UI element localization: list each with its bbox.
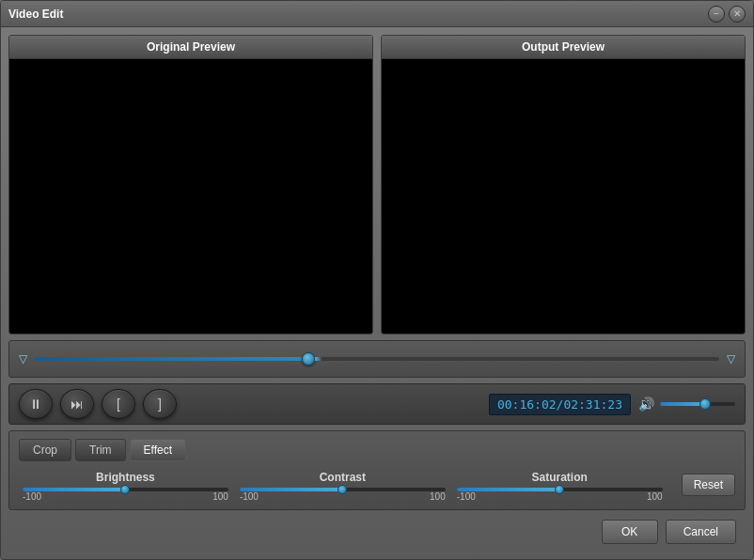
mark-out-button[interactable]: ] — [143, 389, 177, 419]
timeline-track[interactable] — [35, 357, 719, 361]
saturation-min: -100 — [457, 491, 476, 502]
volume-icon: 🔊 — [638, 397, 654, 412]
brightness-slider-group: Brightness -100 100 — [19, 471, 232, 502]
contrast-label: Contrast — [320, 471, 366, 484]
controls-area: ⏸ ⏭ [ ] 00:16:02/02:31:23 🔊 — [8, 383, 746, 425]
timeline-area[interactable]: ▽ ▽ — [8, 340, 746, 378]
volume-fill — [660, 402, 705, 406]
brightness-track[interactable] — [23, 488, 228, 491]
title-bar-buttons: − ✕ — [708, 6, 746, 23]
contrast-fill — [240, 488, 342, 491]
saturation-track-wrap — [453, 488, 667, 491]
saturation-track[interactable] — [457, 488, 663, 491]
ok-button[interactable]: OK — [602, 520, 658, 544]
original-preview-panel: Original Preview — [8, 35, 373, 334]
original-preview-label: Original Preview — [9, 36, 372, 59]
action-row: OK Cancel — [8, 516, 746, 552]
volume-thumb[interactable] — [699, 398, 711, 410]
tab-effect[interactable]: Effect — [130, 439, 186, 461]
contrast-thumb[interactable] — [338, 485, 347, 494]
saturation-fill — [457, 488, 559, 491]
volume-track[interactable] — [660, 402, 735, 406]
timeline-right-arrow-icon: ▽ — [727, 352, 735, 366]
contrast-max: 100 — [430, 491, 446, 502]
contrast-track-wrap — [236, 488, 449, 491]
contrast-min: -100 — [240, 491, 259, 502]
pause-button[interactable]: ⏸ — [19, 389, 53, 419]
timeline-left-arrow-icon: ▽ — [19, 352, 27, 366]
volume-area: 🔊 — [638, 397, 735, 412]
brightness-track-wrap — [19, 488, 232, 491]
saturation-label: Saturation — [532, 471, 588, 484]
video-edit-window: Video Edit − ✕ Original Preview Output P… — [0, 0, 754, 560]
contrast-slider-group: Contrast -100 100 — [236, 471, 449, 502]
window-title: Video Edit — [8, 8, 63, 21]
timecode-display: 00:16:02/02:31:23 — [489, 394, 631, 415]
cancel-button[interactable]: Cancel — [666, 520, 736, 544]
next-frame-button[interactable]: ⏭ — [60, 389, 94, 419]
sliders-section: Brightness -100 100 — [19, 471, 735, 502]
mark-in-button[interactable]: [ — [102, 389, 135, 419]
tabs-area: Crop Trim Effect Brightness — [8, 430, 746, 510]
original-preview-screen — [9, 59, 372, 334]
reset-button[interactable]: Reset — [682, 474, 735, 496]
close-button[interactable]: ✕ — [729, 6, 746, 23]
preview-area: Original Preview Output Preview — [8, 35, 746, 334]
brightness-min: -100 — [23, 491, 41, 502]
tab-crop[interactable]: Crop — [19, 439, 71, 461]
saturation-thumb[interactable] — [555, 485, 564, 494]
output-preview-screen — [382, 59, 745, 334]
timeline-thumb[interactable] — [302, 352, 315, 366]
minimize-button[interactable]: − — [708, 6, 725, 23]
contrast-track[interactable] — [240, 488, 446, 491]
brightness-thumb[interactable] — [120, 485, 130, 494]
saturation-slider-group: Saturation -100 100 — [453, 471, 667, 502]
slider-groups-container: Brightness -100 100 — [19, 471, 667, 502]
brightness-fill — [23, 488, 125, 491]
brightness-label: Brightness — [96, 471, 155, 484]
output-preview-panel: Output Preview — [381, 35, 746, 334]
main-content: Original Preview Output Preview ▽ ▽ ⏸ ⏭ … — [1, 27, 753, 559]
tabs-row: Crop Trim Effect — [19, 439, 735, 461]
output-preview-label: Output Preview — [382, 36, 745, 59]
saturation-max: 100 — [647, 491, 663, 502]
title-bar: Video Edit − ✕ — [1, 1, 753, 27]
tab-trim[interactable]: Trim — [75, 439, 126, 461]
brightness-max: 100 — [212, 491, 228, 502]
